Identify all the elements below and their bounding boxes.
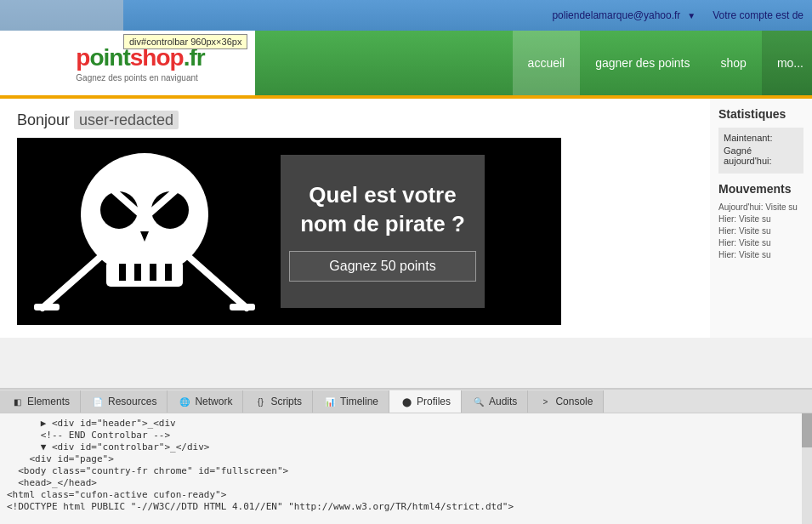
- devtool-tab-network[interactable]: 🌐Network: [168, 390, 243, 413]
- profiles-icon: ⬤: [400, 395, 413, 408]
- pirate-banner: Quel est votre nom de pirate ? Gagnez 50…: [17, 138, 561, 325]
- skull-image: [17, 138, 272, 325]
- devtool-tab-scripts[interactable]: {}Scripts: [243, 390, 313, 413]
- logo-subtitle: Gagnez des points en naviguant: [76, 73, 204, 83]
- code-line-5: ▼ <div id="controlbar">_</div>: [7, 441, 805, 453]
- tab-label: Network: [195, 396, 232, 407]
- svg-rect-6: [165, 264, 172, 281]
- user-email: poliendelamarque@yahoo.fr: [552, 9, 680, 21]
- nav-gagner[interactable]: gagner des points: [580, 31, 705, 95]
- svg-rect-5: [150, 264, 156, 281]
- mouvements-list: Aujourd'hui: Visite suHier: Visite suHie…: [718, 202, 803, 259]
- mouvement-item: Hier: Visite su: [718, 238, 803, 248]
- nav-more[interactable]: mo...: [762, 31, 812, 95]
- tab-label: Elements: [27, 396, 70, 407]
- devtools-tabs: ◧Elements📄Resources🌐Network{}Scripts📊Tim…: [0, 390, 812, 413]
- controlbar-tooltip: div#controlbar 960px×36px: [123, 34, 247, 49]
- content-area: Bonjour user-redacted: [0, 99, 710, 338]
- stats-title: Statistiques: [718, 107, 803, 121]
- code-line-3: <body class="country-fr chrome" id="full…: [7, 465, 805, 476]
- greeting: Bonjour user-redacted: [17, 111, 693, 129]
- tab-label: Audits: [489, 396, 517, 407]
- skull-svg: [17, 138, 272, 325]
- network-icon: 🌐: [178, 395, 191, 408]
- resources-icon: 📄: [91, 395, 105, 408]
- devtools-content: ▶ <div id="header">_<div <!-- END Contro…: [0, 413, 812, 524]
- pirate-button[interactable]: Gagnez 50 points: [289, 251, 476, 282]
- code-line-7: ▶ <div id="header">_<div: [7, 418, 805, 429]
- tab-label: Console: [555, 396, 593, 407]
- devtool-tab-profiles[interactable]: ⬤Profiles: [389, 390, 462, 413]
- top-bar: div#controlbar 960px×36px poliendelamarq…: [0, 0, 812, 31]
- bonjour-text: Bonjour: [17, 111, 70, 128]
- main-content: Bonjour user-redacted: [0, 99, 812, 338]
- sidebar: Statistiques Maintenant: Gagné aujourd'h…: [710, 99, 812, 338]
- mouvements-title: Mouvements: [718, 182, 803, 196]
- nav-shop[interactable]: shop: [706, 31, 762, 95]
- svg-rect-12: [230, 304, 255, 310]
- mouvement-item: Hier: Visite su: [718, 250, 803, 259]
- code-line-0: <!DOCTYPE html PUBLIC "-//W3C//DTD HTML …: [7, 501, 805, 512]
- stat-gagne: Gagné aujourd'hui:: [724, 145, 798, 166]
- devtools-panel: ◧Elements📄Resources🌐Network{}Scripts📊Tim…: [0, 388, 812, 524]
- mouvement-item: Hier: Visite su: [718, 214, 803, 224]
- username-display: user-redacted: [74, 111, 179, 129]
- tab-label: Resources: [108, 396, 156, 407]
- devtool-tab-resources[interactable]: 📄Resources: [81, 390, 168, 413]
- audits-icon: 🔍: [472, 395, 485, 408]
- svg-rect-3: [119, 264, 126, 281]
- tab-label: Timeline: [340, 396, 378, 407]
- svg-rect-11: [34, 304, 60, 310]
- code-line-6: <!-- END Controlbar -->: [7, 430, 805, 441]
- svg-rect-4: [134, 264, 141, 281]
- console-icon: >: [538, 395, 552, 408]
- tab-label: Scripts: [270, 396, 302, 407]
- pirate-text-box: Quel est votre nom de pirate ? Gagnez 50…: [281, 155, 485, 308]
- tab-label: Profiles: [417, 396, 451, 407]
- top-bar-left-placeholder: [0, 0, 123, 31]
- stat-maintenant: Maintenant:: [724, 133, 798, 143]
- scrollbar-thumb[interactable]: [802, 413, 812, 447]
- timeline-icon: 📊: [323, 395, 337, 408]
- devtool-tab-audits[interactable]: 🔍Audits: [462, 390, 528, 413]
- scripts-icon: {}: [253, 395, 267, 408]
- elements-icon: ◧: [10, 395, 24, 408]
- devtool-tab-console[interactable]: >Console: [528, 390, 604, 413]
- pirate-question: Quel est votre nom de pirate ?: [289, 181, 476, 239]
- code-line-1: <html class="cufon-active cufon-ready">: [7, 489, 805, 500]
- account-status-text: Votre compte est de: [713, 9, 803, 21]
- nav-accueil[interactable]: accueil: [513, 31, 581, 95]
- main-nav: accueil gagner des points shop mo...: [255, 31, 812, 95]
- mouvement-item: Hier: Visite su: [718, 226, 803, 236]
- mouvement-item: Aujourd'hui: Visite su: [718, 202, 803, 212]
- account-dropdown-icon[interactable]: ▼: [687, 11, 696, 20]
- code-line-2: <head>_</head>: [7, 477, 805, 488]
- stats-box: Maintenant: Gagné aujourd'hui:: [718, 128, 803, 174]
- devtool-tab-timeline[interactable]: 📊Timeline: [313, 390, 389, 413]
- site-header: pointshop.fr Gagnez des points en navigu…: [0, 31, 812, 99]
- devtools-scrollbar[interactable]: [802, 413, 812, 524]
- code-line-4: <div id="page">: [7, 453, 805, 464]
- devtool-tab-elements[interactable]: ◧Elements: [0, 390, 81, 413]
